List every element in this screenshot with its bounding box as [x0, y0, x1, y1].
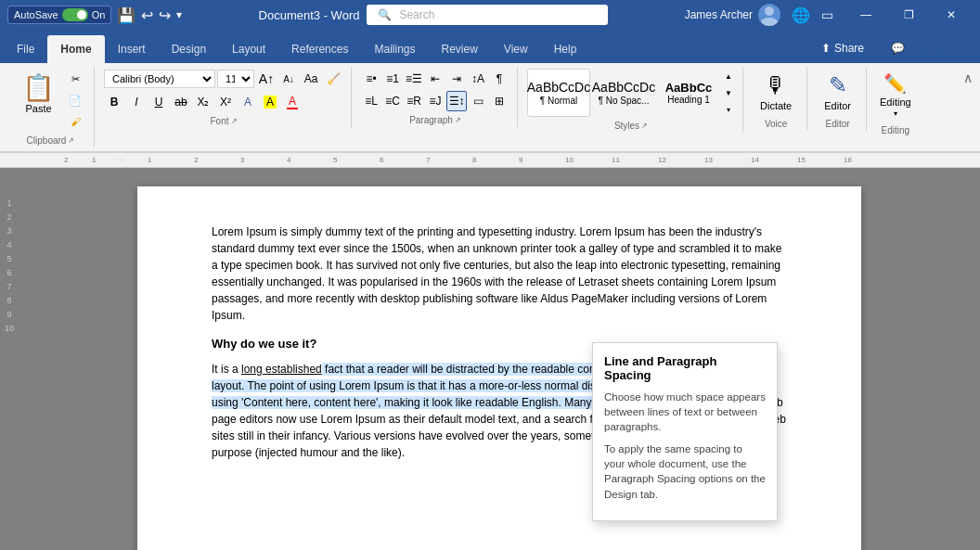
sort-button[interactable]: ↕A [468, 69, 488, 89]
bold-button[interactable]: B [104, 92, 124, 112]
font-content: Calibri (Body) 11 A↑ A↓ Aа 🧹 B I U [104, 69, 343, 112]
tab-mailings[interactable]: Mailings [361, 35, 428, 63]
font-size-select[interactable]: 11 [217, 70, 254, 88]
italic-button[interactable]: I [126, 92, 147, 112]
font-case-button[interactable]: Aа [301, 69, 321, 89]
font-size-down-button[interactable]: A↓ [278, 69, 299, 89]
font-color-button[interactable]: A [282, 92, 303, 112]
style-no-space[interactable]: AaBbCcDc ¶ No Spac... [592, 69, 655, 117]
shading-button[interactable]: ▭ [468, 91, 488, 111]
titlebar-center: Document3 - Word 🔍 Search [182, 5, 684, 25]
align-left-button[interactable]: ≡L [361, 91, 381, 111]
tab-file[interactable]: File [4, 35, 47, 63]
redo-icon[interactable]: ↪ [159, 6, 171, 24]
underline-button[interactable]: U [148, 92, 169, 112]
clipboard-small-btns: ✂ 📄 🖌 [64, 69, 86, 132]
align-right-button[interactable]: ≡R [404, 91, 424, 111]
tab-home[interactable]: Home [47, 35, 104, 63]
collapse-icon[interactable]: ∧ [963, 70, 973, 85]
group-clipboard: 📋 Paste ✂ 📄 🖌 Clipboard ↗ [7, 67, 95, 147]
increase-indent-button[interactable]: ⇥ [446, 69, 467, 89]
clipboard-label: Clipboard ↗ [27, 132, 75, 146]
styles-scroll-down[interactable]: ▼ [722, 85, 735, 100]
close-button[interactable]: ✕ [930, 0, 973, 30]
superscript-button[interactable]: X² [215, 92, 236, 112]
paste-button[interactable]: 📋 Paste [15, 69, 62, 132]
editing-mode[interactable]: ✏️ Editing ▾ [876, 69, 915, 122]
voice-label: Voice [765, 115, 787, 129]
tab-design[interactable]: Design [159, 35, 219, 63]
text-effects-button[interactable]: A [238, 92, 258, 112]
tab-insert[interactable]: Insert [105, 35, 159, 63]
format-painter-button[interactable]: 🖌 [64, 111, 86, 132]
p2-underline1: long established [241, 363, 322, 376]
clipboard-content: 📋 Paste ✂ 📄 🖌 [15, 69, 86, 132]
restore-button[interactable]: ❐ [887, 0, 930, 30]
align-center-button[interactable]: ≡C [382, 91, 403, 111]
globe-icon[interactable]: 🌐 [792, 6, 810, 24]
editor-button[interactable]: ✎ Editor [817, 69, 858, 115]
para-row2: ≡L ≡C ≡R ≡J ☰↕ ▭ ⊞ [361, 91, 509, 111]
line-spacing-button[interactable]: ☰↕ [446, 91, 467, 111]
style-normal-label: ¶ Normal [540, 96, 577, 106]
share-button[interactable]: ⬆ Share [810, 38, 875, 58]
tooltip-text2: To apply the same spacing to your whole … [604, 441, 766, 501]
autosave-badge[interactable]: AutoSave On [7, 6, 111, 24]
comments-button[interactable]: 💬 Comments [881, 37, 973, 59]
paragraph-content: ≡• ≡1 ≡☰ ⇤ ⇥ ↕A ¶ ≡L ≡C ≡R ≡J ☰↕ ▭ [361, 69, 509, 111]
font-size-up-button[interactable]: A↑ [256, 69, 277, 89]
strikethrough-button[interactable]: ab [171, 92, 191, 112]
ribbon-icon[interactable]: ▭ [821, 7, 833, 22]
decrease-indent-button[interactable]: ⇤ [425, 69, 445, 89]
style-heading1[interactable]: AaBbCc Heading 1 [657, 69, 720, 117]
paragraph-expand-icon[interactable]: ↗ [455, 116, 461, 124]
numbering-button[interactable]: ≡1 [382, 69, 403, 89]
editing-icon: ✏️ [883, 72, 907, 95]
subscript-button[interactable]: X₂ [193, 92, 213, 112]
para-controls: ≡• ≡1 ≡☰ ⇤ ⇥ ↕A ¶ ≡L ≡C ≡R ≡J ☰↕ ▭ [361, 69, 509, 111]
dictate-icon: 🎙 [765, 72, 787, 98]
tooltip-popup: Line and Paragraph Spacing Choose how mu… [592, 342, 778, 521]
editing-dropdown-icon[interactable]: ▾ [894, 109, 897, 118]
tab-references[interactable]: References [278, 35, 361, 63]
copy-button[interactable]: 📄 [64, 90, 86, 110]
p2-pre: It is a [212, 363, 241, 376]
style-heading1-preview: AaBbCc [665, 81, 713, 96]
titlebar-left: AutoSave On 💾 ↩ ↪ ▾ [7, 6, 182, 24]
highlight-color-button[interactable]: A [260, 92, 280, 112]
font-expand-icon[interactable]: ↗ [231, 117, 238, 125]
collapse-ribbon-button[interactable]: ∧ [963, 67, 973, 85]
borders-button[interactable]: ⊞ [489, 91, 509, 111]
bullets-button[interactable]: ≡• [361, 69, 381, 89]
tab-view[interactable]: View [491, 35, 541, 63]
tooltip-text1: Choose how much space appears between li… [604, 390, 766, 434]
ribbon-tabs: File Home Insert Design Layout Reference… [0, 30, 593, 63]
show-marks-button[interactable]: ¶ [489, 69, 509, 89]
search-box[interactable]: 🔍 Search [367, 5, 608, 25]
tab-help[interactable]: Help [541, 35, 590, 63]
font-family-select[interactable]: Calibri (Body) [104, 70, 215, 88]
editor-label: Editor [826, 115, 850, 129]
justify-button[interactable]: ≡J [425, 91, 445, 111]
share-icon: ⬆ [821, 42, 831, 55]
dictate-button[interactable]: 🎙 Dictate [753, 69, 799, 115]
save-icon[interactable]: 💾 [117, 6, 135, 24]
styles-expand-icon[interactable]: ↗ [641, 122, 648, 130]
user-info: James Archer [685, 4, 780, 26]
tab-layout[interactable]: Layout [219, 35, 278, 63]
para-row1: ≡• ≡1 ≡☰ ⇤ ⇥ ↕A ¶ [361, 69, 509, 89]
tooltip-title: Line and Paragraph Spacing [604, 354, 766, 382]
autosave-toggle[interactable] [62, 8, 88, 21]
clipboard-expand-icon[interactable]: ↗ [68, 136, 74, 145]
tab-review[interactable]: Review [428, 35, 490, 63]
undo-icon[interactable]: ↩ [141, 6, 153, 24]
styles-more[interactable]: ▾ [722, 102, 735, 117]
clear-format-button[interactable]: 🧹 [323, 69, 343, 89]
style-normal[interactable]: AaBbCcDc ¶ Normal [527, 69, 590, 117]
group-editing: ✏️ Editing ▾ Editing [869, 67, 922, 137]
ruler: 2 1 · 1 2 3 4 5 6 7 8 9 10 11 12 13 14 1… [0, 153, 980, 168]
styles-scroll-up[interactable]: ▲ [722, 69, 735, 83]
multilevel-button[interactable]: ≡☰ [404, 69, 424, 89]
cut-button[interactable]: ✂ [64, 69, 86, 89]
minimize-button[interactable]: — [845, 0, 887, 30]
